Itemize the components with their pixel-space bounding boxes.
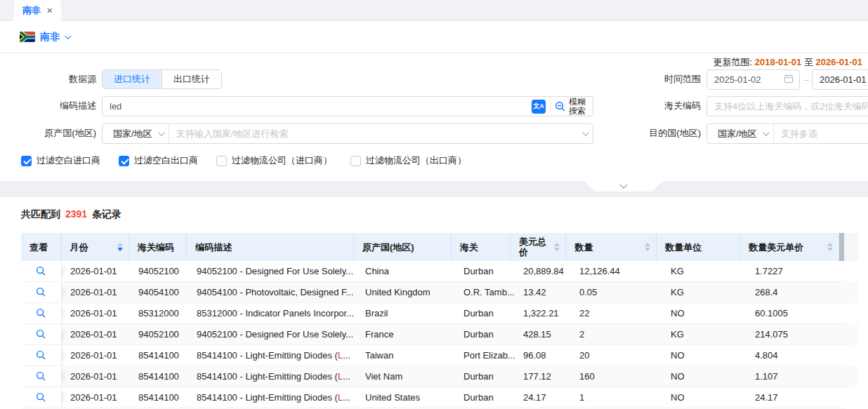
cell-customs: Durban — [455, 366, 515, 387]
result-suffix: 条记录 — [92, 208, 121, 220]
column-label: 数量美元单价 — [749, 242, 803, 253]
update-range-end: 2026-01-01 — [816, 57, 863, 67]
column-label: 查看 — [29, 242, 48, 253]
column-header-usd_total[interactable]: 美元总价 — [511, 233, 566, 261]
column-label: 数量 — [574, 242, 593, 253]
cell-usd_unit_price: 4.804 — [747, 345, 846, 366]
cell-hs_code: 85414100 — [130, 366, 188, 387]
tab-import-stats[interactable]: 进口统计 — [103, 70, 162, 88]
cell-view — [21, 261, 62, 282]
cell-usd_total: 96.08 — [515, 345, 571, 366]
cell-qty_unit: KG — [662, 282, 747, 303]
south-africa-flag-icon — [20, 32, 35, 42]
destination-type-select[interactable]: 国家/地区 — [716, 124, 774, 143]
view-record-icon[interactable] — [36, 308, 46, 319]
column-label: 数量单位 — [665, 242, 702, 253]
table-body: 2026-01-019405210094052100 - Designed Fo… — [21, 261, 858, 408]
cell-qty: 160 — [571, 366, 662, 387]
cell-customs: Port Elizab... — [455, 345, 515, 366]
search-minus-icon — [555, 101, 566, 112]
cell-usd_unit_price: 268.4 — [747, 282, 846, 303]
cell-month: 2026-01-01 — [62, 324, 130, 345]
tab-export-stats[interactable]: 出口统计 — [162, 70, 221, 88]
result-count-line: 共匹配到 2391 条记录 — [21, 208, 121, 221]
column-header-view: 查看 — [21, 233, 62, 261]
cell-usd_unit_price: 60.1005 — [747, 303, 846, 324]
view-record-icon[interactable] — [36, 350, 46, 361]
cell-qty_unit: NO — [662, 366, 747, 387]
tab-bar: 南非 ✕ — [0, 0, 868, 21]
cell-month: 2026-01-01 — [62, 282, 130, 303]
collapse-filters-button[interactable] — [584, 181, 663, 192]
customs-code-input[interactable]: 支持4位以上海关编码，或2位海关编码加上 — [706, 96, 868, 116]
cell-usd_unit_price: 1.107 — [747, 366, 846, 387]
view-record-icon[interactable] — [36, 266, 46, 276]
checkbox-filter-logistics-importer[interactable]: 过滤物流公司（进口商） — [216, 154, 332, 167]
date-end-input[interactable]: 2026-01-01 — [812, 69, 868, 90]
cell-hs_code: 85414100 — [130, 387, 188, 408]
origin-search-input[interactable]: 支持输入国家/地区进行检索 — [173, 128, 578, 140]
checkbox-filter-blank-exporter[interactable]: 过滤空白出口商 — [119, 154, 198, 167]
code-desc-value: led — [110, 101, 527, 112]
view-record-icon[interactable] — [36, 329, 46, 340]
sort-carets-icon[interactable] — [117, 243, 123, 251]
view-record-icon[interactable] — [36, 392, 46, 403]
fuzzy-search-button[interactable]: 模糊搜索 — [555, 98, 587, 116]
origin-type-select[interactable]: 国家/地区 — [112, 124, 169, 143]
column-header-qty[interactable]: 数量 — [566, 233, 657, 261]
update-range-to: 至 — [804, 57, 813, 67]
cell-usd_total: 20,889.84 — [515, 261, 571, 282]
chevron-down-icon[interactable] — [65, 32, 72, 39]
cell-origin: United States — [357, 387, 455, 408]
sort-carets-icon[interactable] — [827, 243, 833, 251]
destination-search-input[interactable]: 支持多选 — [778, 128, 868, 140]
checkbox-filter-logistics-exporter[interactable]: 过滤物流公司（出口商） — [350, 154, 466, 167]
panel-divider-band — [0, 181, 868, 197]
cell-usd_unit_price: 214.075 — [747, 324, 846, 345]
view-record-icon[interactable] — [36, 371, 46, 382]
tab-label: 南非 — [22, 4, 41, 17]
column-header-usd_unit_price[interactable]: 数量美元单价 — [740, 233, 839, 261]
destination-country-label: 目的国(地区) — [631, 123, 701, 143]
date-start-input[interactable]: 2025-01-02 — [706, 69, 800, 90]
checkbox-icon[interactable] — [119, 156, 129, 166]
checkbox-label: 过滤空白进口商 — [37, 154, 100, 167]
column-header-desc: 编码描述 — [187, 233, 354, 261]
cell-view — [21, 366, 62, 387]
table-row: 2026-01-018531200085312000 - Indicator P… — [21, 303, 858, 324]
cell-origin: France — [357, 324, 455, 345]
cell-customs: Durban — [455, 387, 515, 408]
table-scrollbar[interactable] — [839, 233, 844, 261]
cell-qty: 22 — [571, 303, 662, 324]
cell-usd_total: 1,322.21 — [515, 303, 571, 324]
column-header-hs_code: 海关编码 — [129, 233, 187, 261]
tab-close-icon[interactable]: ✕ — [46, 6, 53, 15]
update-range-label: 更新范围: — [714, 57, 753, 67]
column-header-month[interactable]: 月份 — [62, 233, 129, 261]
column-label: 原产国(地区) — [362, 242, 414, 253]
column-header-qty_unit: 数量单位 — [657, 233, 740, 261]
chevron-down-icon — [619, 180, 627, 188]
tab-south-africa[interactable]: 南非 ✕ — [14, 0, 61, 21]
view-record-icon[interactable] — [36, 287, 46, 297]
origin-country-label: 原产国(地区) — [0, 123, 96, 143]
checkbox-icon[interactable] — [21, 156, 32, 166]
column-label: 美元总价 — [519, 236, 551, 257]
code-desc-input[interactable]: led 文A 模糊搜索 — [102, 96, 593, 116]
checkbox-label: 过滤物流公司（出口商） — [366, 154, 466, 167]
country-name[interactable]: 南非 — [40, 31, 60, 43]
checkbox-filter-blank-importer[interactable]: 过滤空白进口商 — [21, 154, 100, 167]
customs-code-label: 海关编码 — [631, 96, 701, 116]
time-range-label: 时间范围 — [631, 69, 701, 89]
translate-icon[interactable]: 文A — [532, 100, 546, 114]
cell-desc: 94052100 - Designed For Use Solely... — [188, 324, 357, 345]
checkbox-icon[interactable] — [350, 156, 361, 166]
cell-qty_unit: KG — [662, 261, 747, 282]
chevron-down-icon — [158, 129, 165, 136]
country-bar: 南非 — [0, 21, 868, 53]
sort-carets-icon[interactable] — [554, 243, 560, 251]
checkbox-icon[interactable] — [216, 156, 227, 166]
cell-qty: 12,126.44 — [571, 261, 662, 282]
sort-carets-icon[interactable] — [645, 243, 650, 251]
results-table: 查看月份海关编码编码描述原产国(地区)海关美元总价数量数量单位数量美元单价 20… — [21, 233, 858, 408]
